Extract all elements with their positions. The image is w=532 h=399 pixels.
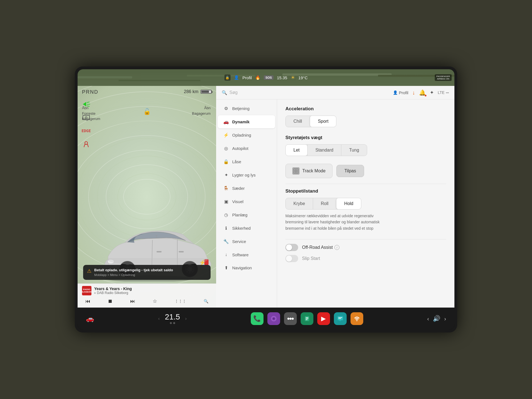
- map-header: 🔒 👤 Profil 🔥 SOS 15.35 ☀ 19°C PASSENGER …: [78, 69, 454, 86]
- signal-header-icon: LTE▪▪▪: [438, 90, 449, 95]
- track-mode-row: Track Mode Tilpas: [285, 164, 446, 178]
- sidebar-item-lygter[interactable]: ✦ Lygter og lys: [218, 168, 275, 181]
- acceleration-btn-group: Chill Sport: [285, 116, 336, 127]
- steering-let-button[interactable]: Let: [286, 145, 307, 156]
- app-music-icon[interactable]: ▶: [317, 312, 330, 325]
- stop-krybe-button[interactable]: Krybe: [286, 198, 313, 209]
- steering-tung-button[interactable]: Tung: [341, 145, 367, 156]
- nav-next-button[interactable]: ›: [444, 316, 446, 322]
- sidebar-item-laase[interactable]: 🔒 Låse: [218, 155, 275, 168]
- sidebar-item-software[interactable]: ↓ Software: [218, 248, 275, 261]
- search-input[interactable]: Søg: [229, 90, 237, 95]
- laase-icon: 🔒: [223, 159, 229, 164]
- profile-header[interactable]: 👤 Profil: [393, 90, 408, 95]
- nav-prev-button[interactable]: ‹: [427, 316, 429, 322]
- profile-label: Profil: [399, 90, 408, 95]
- saeder-icon: 🪑: [223, 186, 229, 191]
- sidebar-item-saeder[interactable]: 🪑 Sæder: [218, 182, 275, 195]
- taskbar-center: ‹ 21.5 ❄ ❄ ›: [158, 313, 187, 325]
- media-equalizer-button[interactable]: ⋮⋮⋮: [172, 298, 188, 305]
- download-header-icon[interactable]: ↓: [412, 89, 415, 96]
- sidebar-label-saeder: Sæder: [232, 186, 245, 191]
- media-stop-button[interactable]: ⏹: [106, 297, 115, 305]
- sidebar-item-planlaeg[interactable]: ◷ Planlæg: [218, 208, 275, 221]
- steering-standard-button[interactable]: Standard: [307, 145, 341, 156]
- stop-hold-button[interactable]: Hold: [336, 198, 361, 209]
- warning-subtitle: Mobilapp > Menu > Opladning: [94, 273, 173, 277]
- temp-arrow-right[interactable]: ›: [185, 316, 186, 321]
- open-trunk-label[interactable]: ÅbnBagagerum: [192, 105, 211, 116]
- sidebar-label-betjening: Betjening: [232, 106, 250, 111]
- app-notes-icon[interactable]: [301, 312, 313, 325]
- temperature-value: 21.5: [161, 313, 183, 321]
- app-chat-icon[interactable]: [334, 312, 347, 325]
- prnd-header: PRND 286 km: [78, 86, 216, 95]
- divider-1: [285, 184, 446, 184]
- tilpas-button[interactable]: Tilpas: [336, 165, 364, 177]
- off-road-toggle[interactable]: [285, 244, 298, 251]
- sidebar-item-sikkerhed[interactable]: ℹ Sikkerhed: [218, 222, 275, 235]
- svg-text:T: T: [155, 235, 158, 239]
- sidebar-item-opladning[interactable]: ⚡ Opladning: [218, 129, 275, 142]
- taskbar-car-icon[interactable]: 🚗: [86, 315, 94, 323]
- taskbar-apps: 📞 ••• ▶: [251, 312, 363, 325]
- app-camera-icon[interactable]: [267, 312, 280, 325]
- battery-fill: [201, 91, 209, 93]
- app-phone-icon[interactable]: 📞: [251, 312, 264, 325]
- warning-text: Betalt opladн. utilgængelig - tjek ubeta…: [94, 268, 173, 277]
- off-road-row: Off-Road Assist i: [285, 244, 446, 251]
- steering-section: Styretøjets vægt Let Standard Tung: [285, 135, 446, 156]
- track-mode-icon: [292, 167, 300, 175]
- svg-point-56: [273, 318, 275, 319]
- media-next-button[interactable]: ⏭: [128, 297, 137, 305]
- sidebar-item-navigation[interactable]: ⬆ Navigation: [218, 261, 275, 274]
- acceleration-chill-button[interactable]: Chill: [286, 116, 310, 127]
- stop-roll-button[interactable]: Roll: [313, 198, 336, 209]
- slip-start-toggle[interactable]: [285, 255, 298, 262]
- open-frunk-label[interactable]: ÅbnForrestebagagerum: [82, 105, 100, 122]
- volume-icon[interactable]: 🔊: [433, 315, 440, 322]
- svg-rect-59: [306, 318, 308, 319]
- sidebar-item-visuel[interactable]: ▣ Visuel: [218, 195, 275, 208]
- sidebar-label-service: Service: [232, 239, 246, 244]
- opladning-icon: ⚡: [223, 132, 229, 138]
- track-mode-button[interactable]: Track Mode: [285, 164, 332, 178]
- dynamik-icon: 🚗: [223, 119, 229, 124]
- car-lock-icon[interactable]: 🔓: [143, 108, 151, 115]
- sidebar-item-dynamik[interactable]: 🚗 Dynamik: [218, 115, 275, 128]
- sidebar-item-autopilot[interactable]: ◎ Autopilot: [218, 142, 275, 155]
- steering-title: Styretøjets vægt: [285, 135, 446, 140]
- media-favorite-button[interactable]: ☆: [150, 297, 159, 305]
- autopilot-sidebar-icon: ◎: [223, 146, 229, 151]
- settings-layout: ⚙ Betjening 🚗 Dynamik ⚡ Opladning ◎: [216, 99, 454, 308]
- app-dots-icon[interactable]: •••: [284, 312, 297, 325]
- stop-mode-title: Stoppetilstand: [285, 188, 446, 194]
- media-search-button[interactable]: 🔍: [201, 298, 211, 305]
- sikkerhed-icon: ℹ: [223, 226, 229, 231]
- temp-arrow-left[interactable]: ‹: [158, 316, 160, 321]
- seatbelt-icon[interactable]: [81, 139, 91, 149]
- notification-header-icon[interactable]: 🔔: [419, 89, 426, 96]
- bluetooth-header-icon[interactable]: ✦: [430, 89, 434, 96]
- profile-map-label[interactable]: Profil: [242, 75, 252, 80]
- lock-icon: 🔒: [224, 75, 231, 81]
- acceleration-sport-button[interactable]: Sport: [310, 116, 336, 127]
- search-input-wrapper[interactable]: 🔍 Søg: [222, 90, 237, 95]
- off-road-label: Off-Road Assist i: [302, 245, 339, 250]
- media-prev-button[interactable]: ⏮: [83, 297, 93, 305]
- sidebar-item-service[interactable]: 🔧 Service: [218, 235, 275, 248]
- edge-display[interactable]: EDGE: [81, 126, 91, 135]
- sidebar-item-betjening[interactable]: ⚙ Betjening: [218, 102, 275, 115]
- screen-inner: 🔒 👤 Profil 🔥 SOS 15.35 ☀ 19°C PASSENGER …: [78, 69, 454, 330]
- steering-btn-group: Let Standard Tung: [285, 144, 367, 156]
- app-wifi-icon[interactable]: [351, 312, 363, 325]
- navigation-icon: ⬆: [223, 265, 229, 270]
- left-icons: EDGE: [78, 95, 216, 153]
- media-song: Years & Years - King: [94, 287, 212, 291]
- off-road-info-icon[interactable]: i: [334, 245, 339, 250]
- svg-line-22: [87, 102, 89, 103]
- sidebar-label-visuel: Visuel: [232, 199, 244, 204]
- svg-marker-64: [339, 320, 341, 321]
- sidebar-label-planlaeg: Planlæg: [232, 213, 247, 217]
- visuel-icon: ▣: [223, 199, 229, 204]
